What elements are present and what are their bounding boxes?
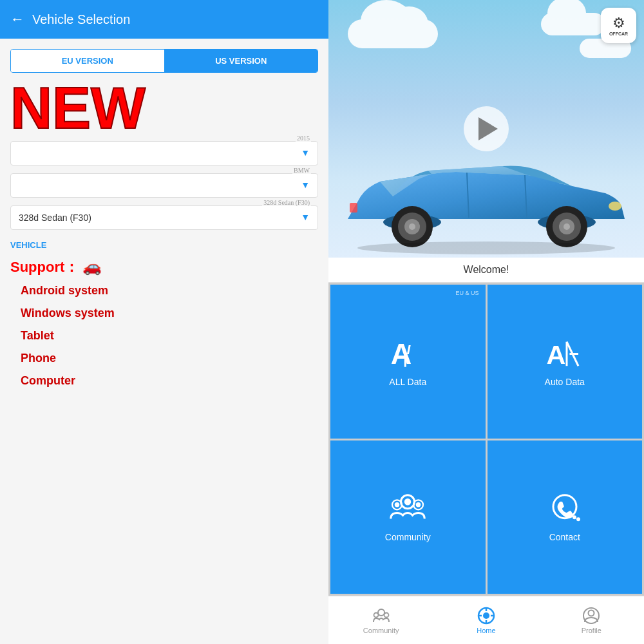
- auto-data-label: Auto Data: [545, 377, 585, 387]
- contact-label: Contact: [549, 532, 580, 542]
- nav-home[interactable]: Home: [433, 607, 538, 634]
- svg-point-13: [609, 202, 621, 211]
- all-data-icon: A I: [388, 336, 427, 372]
- svg-rect-14: [350, 203, 357, 213]
- model-arrow-icon: ▼: [301, 213, 310, 223]
- app-logo: ⚙ OFFCAR: [601, 8, 636, 43]
- svg-point-11: [564, 223, 570, 230]
- svg-point-25: [395, 502, 400, 507]
- cloud-1: [348, 19, 438, 48]
- model-dropdown[interactable]: 328d Sedan (F30) 328d Sedan (F30) ▼: [10, 205, 318, 230]
- svg-point-30: [573, 516, 576, 520]
- support-section: Support： 🚗 Android system Windows system…: [0, 252, 328, 397]
- cloud-2: [541, 13, 605, 35]
- vehicle-section-label: VEHICLE: [0, 234, 328, 252]
- welcome-message: Welcome!: [328, 258, 644, 283]
- home-nav-icon: [477, 607, 495, 625]
- year-dropdown[interactable]: 2015 ▼: [10, 141, 318, 166]
- make-hint: BMW: [292, 167, 311, 174]
- community-button[interactable]: Community: [330, 440, 486, 594]
- us-version-tab[interactable]: US VERSION: [165, 50, 318, 72]
- svg-point-31: [576, 518, 580, 522]
- page-title: Vehicle Selection: [32, 12, 130, 27]
- car-video-area[interactable]: ⚙ OFFCAR: [328, 0, 644, 258]
- bottom-navigation: Community Home: [328, 596, 644, 644]
- model-value: 328d Sedan (F30): [19, 213, 91, 223]
- main-grid-menu: EU & US A I ALL Data A Auto Data: [328, 283, 644, 596]
- left-panel: ← Vehicle Selection EU VERSION US VERSIO…: [0, 0, 328, 644]
- nav-profile[interactable]: Profile: [539, 607, 644, 634]
- play-button[interactable]: [464, 106, 509, 151]
- new-badge: NEW: [0, 73, 328, 137]
- year-arrow-icon: ▼: [301, 148, 310, 158]
- svg-point-32: [378, 609, 384, 616]
- svg-point-27: [416, 502, 421, 507]
- contact-button[interactable]: Contact: [488, 440, 643, 594]
- all-data-button[interactable]: EU & US A I ALL Data: [330, 285, 486, 439]
- all-data-region-label: EU & US: [455, 290, 478, 296]
- svg-point-12: [357, 242, 615, 254]
- community-nav-icon: [372, 607, 390, 625]
- car-icon: 🚗: [82, 258, 102, 276]
- support-phone: Phone: [10, 347, 318, 370]
- support-windows: Windows system: [10, 302, 318, 325]
- app-content: Welcome! EU & US A I ALL Data A: [328, 258, 644, 644]
- support-android: Android system: [10, 279, 318, 302]
- svg-point-36: [483, 612, 489, 619]
- svg-point-33: [374, 612, 378, 617]
- profile-nav-icon: [582, 607, 600, 625]
- model-hint: 328d Sedan (F30): [262, 199, 311, 206]
- home-nav-label: Home: [477, 627, 495, 634]
- make-dropdown[interactable]: BMW ▼: [10, 173, 318, 198]
- all-data-label: ALL Data: [389, 377, 426, 387]
- svg-text:A: A: [546, 339, 565, 369]
- play-icon: [478, 117, 498, 140]
- support-computer: Computer: [10, 370, 318, 392]
- app-name: OFFCAR: [609, 32, 628, 36]
- profile-nav-label: Profile: [582, 627, 601, 634]
- contact-grid-icon: [545, 491, 584, 527]
- community-grid-label: Community: [385, 532, 431, 542]
- back-button[interactable]: ←: [10, 11, 24, 28]
- svg-point-34: [384, 612, 388, 617]
- gear-icon: ⚙: [612, 15, 625, 32]
- eu-version-tab[interactable]: EU VERSION: [11, 50, 165, 72]
- support-tablet: Tablet: [10, 325, 318, 347]
- nav-community[interactable]: Community: [328, 607, 433, 634]
- support-title: Support： 🚗: [10, 258, 318, 277]
- auto-data-button[interactable]: A Auto Data: [488, 285, 643, 439]
- svg-point-29: [569, 514, 573, 518]
- left-header: ← Vehicle Selection: [0, 0, 328, 39]
- right-panel: ⚙ OFFCAR Welcome! EU & US A I ALL Data: [328, 0, 644, 644]
- svg-point-42: [589, 610, 594, 616]
- auto-data-icon: A: [545, 336, 584, 372]
- svg-point-7: [409, 223, 415, 230]
- make-arrow-icon: ▼: [301, 180, 310, 191]
- svg-point-23: [404, 498, 412, 506]
- version-tabs: EU VERSION US VERSION: [10, 49, 318, 73]
- community-nav-label: Community: [363, 627, 399, 634]
- community-grid-icon: [388, 491, 427, 527]
